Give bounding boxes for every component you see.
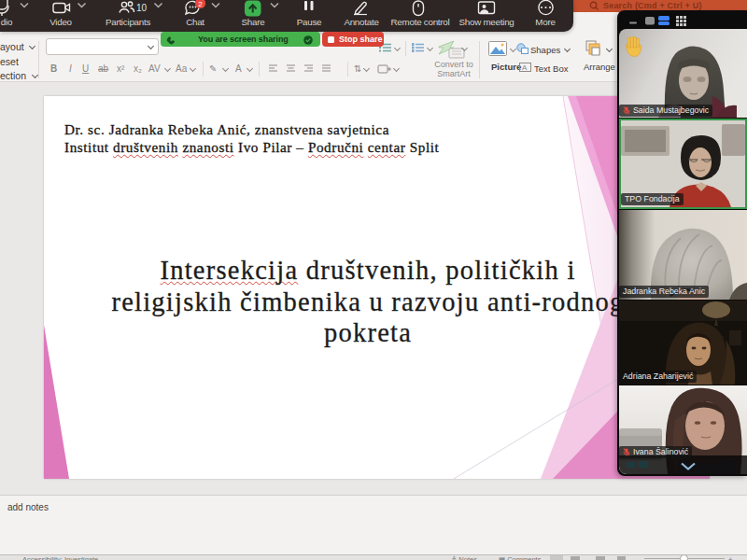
svg-text:2: 2	[198, 0, 203, 8]
svg-text:10: 10	[136, 3, 148, 13]
svg-text:A: A	[522, 63, 528, 72]
